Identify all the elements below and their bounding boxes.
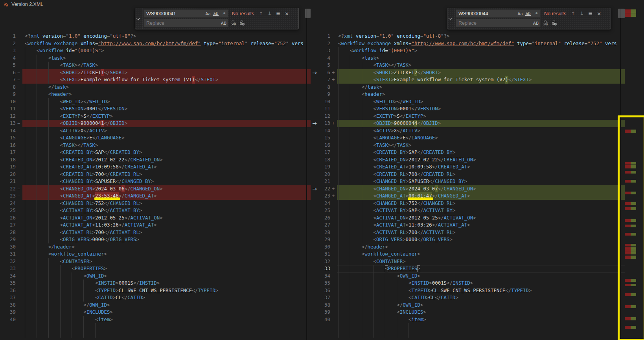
code-line[interactable]: 30 </header> <box>319 243 625 251</box>
code-line[interactable]: 28 <ACTIVAT_RL>700</ACTIVAT_RL> <box>319 229 625 236</box>
line-number[interactable]: 1 <box>0 33 17 40</box>
code-line[interactable]: 37 <CATID>CL</CATID> <box>0 294 311 302</box>
diff-revert-arrow-button[interactable]: → <box>310 120 319 127</box>
line-number[interactable]: 18 <box>319 156 332 164</box>
replace-input[interactable]: Replace AB <box>144 19 228 27</box>
code-line[interactable]: 10 <WFD_ID></WFD_ID> <box>319 98 625 106</box>
line-number[interactable]: 9 <box>0 91 17 98</box>
line-number[interactable]: 23 <box>319 192 332 200</box>
code-line[interactable]: 12 <EXETYP>S</EXETYP> <box>0 113 311 120</box>
code-line[interactable]: 31 <workflow_container> <box>0 250 311 258</box>
code-line[interactable]: 10 <WFD_ID></WFD_ID> <box>0 98 311 106</box>
line-number[interactable]: 38 <box>319 302 332 309</box>
editor-original[interactable]: 1<?xml version="1.0" encoding="utf-8"?>2… <box>0 33 311 340</box>
code-line[interactable]: 17 <CREATED_BY>SAP</CREATED_BY> <box>0 149 311 156</box>
line-number[interactable]: 9 <box>319 91 332 98</box>
find-previous-button[interactable]: ↑ <box>257 10 265 17</box>
line-number[interactable]: 12 <box>0 113 17 120</box>
line-number[interactable]: 10 <box>319 98 332 106</box>
code-line[interactable]: 6+ <SHORT>ZTICKET2</SHORT> <box>319 69 625 77</box>
regex-icon[interactable]: .* <box>532 11 539 17</box>
line-number[interactable]: 37 <box>319 294 332 302</box>
replace-button[interactable]: b <box>230 19 237 27</box>
line-number[interactable]: 25 <box>319 207 332 214</box>
line-number[interactable]: 11 <box>0 105 17 113</box>
find-input[interactable]: WS90000044 Aa ab .* <box>456 9 541 18</box>
code-line[interactable]: 33 <PROPERTIES> <box>319 265 625 272</box>
line-number[interactable]: 20 <box>319 171 332 178</box>
line-number[interactable]: 40 <box>0 316 17 324</box>
line-number[interactable]: 29 <box>0 236 17 243</box>
line-number[interactable]: 27 <box>319 221 332 229</box>
line-number[interactable]: 39 <box>0 309 17 316</box>
match-case-icon[interactable]: Aa <box>204 11 212 17</box>
line-number[interactable]: 7 <box>0 76 17 84</box>
code-line[interactable]: 21 <CHANGED_BY>SAPUSER</CHANGED_BY> <box>319 178 625 185</box>
line-number[interactable]: 20 <box>0 171 17 178</box>
line-number[interactable]: 40 <box>319 316 332 324</box>
line-number[interactable]: 14 <box>0 127 17 135</box>
code-line[interactable]: 14 <ACTIV>X</ACTIV> <box>319 127 625 135</box>
line-number[interactable]: 12 <box>319 113 332 120</box>
code-line[interactable]: 4 <task> <box>319 55 625 62</box>
find-in-selection-icon[interactable]: ≡ <box>587 10 594 17</box>
code-line[interactable]: 19 <CREATED_AT>10:09:58</CREATED_AT> <box>319 163 625 171</box>
line-number[interactable]: 4 <box>0 55 17 62</box>
whole-word-icon[interactable]: ab <box>212 11 219 17</box>
line-number[interactable]: 3 <box>319 47 332 55</box>
code-line[interactable]: 20 <CREATED_RL>700</CREATED_RL> <box>0 171 311 178</box>
code-line[interactable]: 25 <ACTIVAT_BY>SAP</ACTIVAT_BY> <box>319 207 625 214</box>
code-line[interactable]: 22− <CHANGED_ON>2024-03-06</CHANGED_ON> <box>0 185 311 193</box>
code-line[interactable]: 26 <ACTIVAT_ON>2012-05-25</ACTIVAT_ON> <box>319 214 625 222</box>
code-line[interactable]: 8 </task> <box>319 84 625 91</box>
line-number[interactable]: 31 <box>319 250 332 258</box>
replace-all-button[interactable]: ab <box>238 19 246 27</box>
line-number[interactable]: 30 <box>0 243 17 251</box>
line-number[interactable]: 28 <box>0 229 17 236</box>
code-line[interactable]: 32 <CONTAINER> <box>0 258 311 265</box>
code-line[interactable]: 5 <TASK></TASK> <box>0 62 311 69</box>
code-line[interactable]: 14 <ACTIV>X</ACTIV> <box>0 127 311 135</box>
code-line[interactable]: 20 <CREATED_RL>700</CREATED_RL> <box>319 171 625 178</box>
line-number[interactable]: 18 <box>0 156 17 164</box>
toggle-replace-button[interactable] <box>135 8 143 29</box>
replace-button[interactable]: b <box>542 19 549 27</box>
line-number[interactable]: 16 <box>319 142 332 149</box>
line-number[interactable]: 35 <box>0 280 17 287</box>
find-input[interactable]: WS90000041 Aa ab .* <box>144 9 228 18</box>
line-number[interactable]: 13 <box>319 120 332 127</box>
code-line[interactable]: 1<?xml version="1.0" encoding="utf-8"?> <box>0 33 311 40</box>
code-line[interactable]: 16 <TASK></TASK> <box>319 142 625 149</box>
line-number[interactable]: 6 <box>0 69 17 77</box>
code-line[interactable]: 17 <CREATED_BY>SAP</CREATED_BY> <box>319 149 625 156</box>
code-line[interactable]: 22+ <CHANGED_ON>2024-03-07</CHANGED_ON> <box>319 185 625 193</box>
code-line[interactable]: 23+ <CHANGED_AT>00:01:47</CHANGED_AT> <box>319 192 625 200</box>
code-line[interactable]: 36 <TYPEID>CL_SWF_CNT_WS_PERSISTENCE</TY… <box>319 287 625 294</box>
line-number[interactable]: 28 <box>319 229 332 236</box>
line-number[interactable]: 2 <box>319 40 332 48</box>
code-line[interactable]: 37 <CATID>CL</CATID> <box>319 294 625 302</box>
code-line[interactable]: 9 <header> <box>0 91 311 98</box>
line-number[interactable]: 35 <box>319 280 332 287</box>
match-case-icon[interactable]: Aa <box>517 11 524 17</box>
code-line[interactable]: 27 <ACTIVAT_AT>11:03:26</ACTIVAT_AT> <box>0 221 311 229</box>
line-number[interactable]: 19 <box>0 163 17 171</box>
replace-all-button[interactable]: ab <box>550 19 558 27</box>
line-number[interactable]: 39 <box>319 309 332 316</box>
diff-revert-arrow-button[interactable]: → <box>310 185 319 193</box>
preserve-case-icon[interactable]: AB <box>220 20 227 26</box>
line-number[interactable]: 32 <box>319 258 332 265</box>
code-line[interactable]: 3 <workflow id="(0001)S"> <box>319 47 625 55</box>
line-number[interactable]: 2 <box>0 40 17 48</box>
line-number[interactable]: 22 <box>319 185 332 193</box>
code-line[interactable]: 2<workflow_exchange xmlns="http://www.sa… <box>0 40 311 48</box>
code-line[interactable]: 1<?xml version="1.0" encoding="utf-8"?> <box>319 33 625 40</box>
line-number[interactable]: 4 <box>319 55 332 62</box>
line-number[interactable]: 31 <box>0 250 17 258</box>
line-number[interactable]: 21 <box>0 178 17 185</box>
find-previous-button[interactable]: ↑ <box>569 10 577 17</box>
code-line[interactable]: 29 <ORIG_VERS>0000</ORIG_VERS> <box>0 236 311 243</box>
code-line[interactable]: 8 </task> <box>0 84 311 91</box>
code-line[interactable]: 15 <LANGUAGE>E</LANGUAGE> <box>0 134 311 142</box>
line-number[interactable]: 11 <box>319 105 332 113</box>
